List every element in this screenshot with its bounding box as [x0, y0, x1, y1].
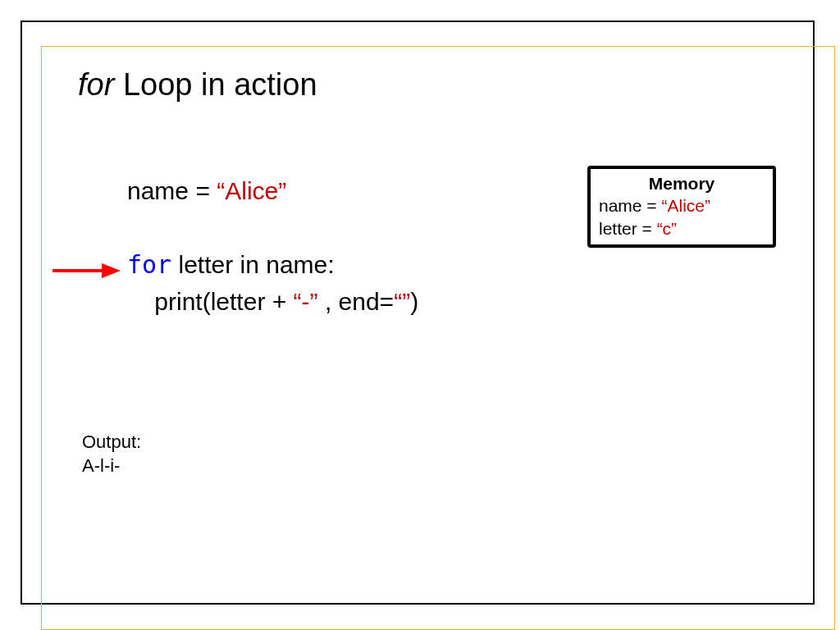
memory-label: letter = — [599, 219, 657, 238]
code-line-2: for letter in name: — [127, 246, 418, 283]
memory-line-letter: letter = “c” — [599, 217, 765, 240]
arrow-icon — [51, 261, 121, 284]
memory-title: Memory — [599, 172, 765, 194]
memory-label: name = — [599, 196, 661, 215]
string-literal: “Alice” — [217, 177, 286, 204]
string-literal: “-” — [294, 288, 318, 315]
page-title: for Loop in action — [78, 67, 317, 103]
code-line-1: name = “Alice” — [127, 172, 418, 209]
memory-box: Memory name = “Alice” letter = “c” — [587, 166, 776, 248]
output-block: Output: A-l-i- — [82, 431, 141, 477]
code-line-3: print(letter + “-” , end=“”) — [127, 283, 418, 320]
memory-value: “Alice” — [661, 196, 710, 215]
for-keyword: for — [127, 250, 171, 279]
code-text: name = — [127, 177, 217, 204]
code-text: letter in name: — [171, 251, 334, 278]
svg-marker-1 — [102, 263, 121, 278]
memory-value: “c” — [657, 219, 678, 238]
output-label: Output: — [82, 431, 141, 454]
code-text: ) — [410, 288, 418, 315]
code-block: name = “Alice” for letter in name: print… — [127, 172, 418, 320]
code-blank-line — [127, 209, 418, 246]
code-text: print(letter + — [127, 288, 294, 315]
memory-line-name: name = “Alice” — [599, 194, 765, 217]
string-literal: “” — [394, 288, 410, 315]
code-text: , end= — [318, 288, 395, 315]
output-value: A-l-i- — [82, 454, 141, 478]
title-keyword: for — [78, 67, 114, 102]
title-rest: Loop in action — [114, 67, 317, 102]
